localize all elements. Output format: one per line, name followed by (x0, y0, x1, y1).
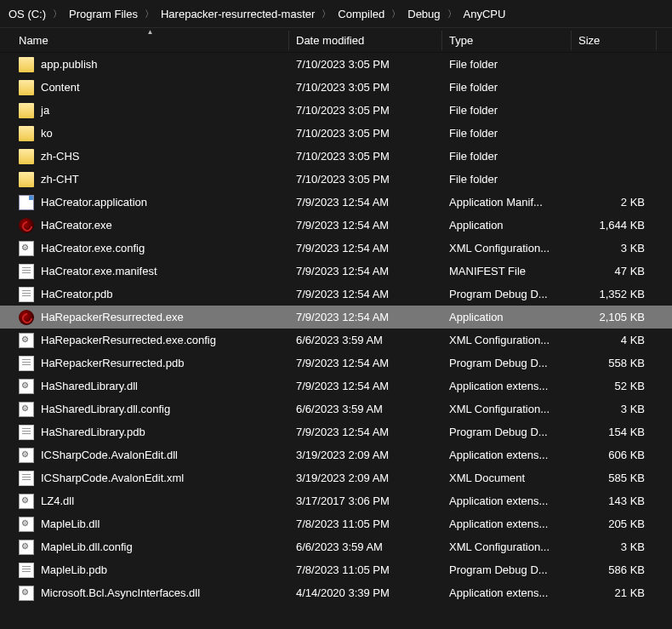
file-row[interactable]: MapleLib.dll7/8/2023 11:05 PMApplication… (0, 512, 672, 535)
file-row[interactable]: HaSharedLibrary.dll7/9/2023 12:54 AMAppl… (0, 375, 672, 397)
file-date-cell: 3/17/2017 3:06 PM (289, 495, 442, 507)
file-name-label: Microsoft.Bcl.AsyncInterfaces.dll (41, 586, 200, 599)
file-type-cell: Application (442, 219, 572, 232)
file-name-cell: zh-CHT (12, 172, 289, 187)
file-name-label: zh-CHT (41, 173, 79, 186)
file-date-cell: 7/9/2023 12:54 AM (289, 380, 442, 392)
file-row[interactable]: ko7/10/2023 3:05 PMFile folder (0, 122, 672, 145)
file-row[interactable]: ICSharpCode.AvalonEdit.dll3/19/2023 2:09… (0, 443, 672, 466)
file-row[interactable]: HaSharedLibrary.dll.config6/6/2023 3:59 … (0, 397, 672, 420)
file-name-cell: zh-CHS (12, 149, 289, 164)
file-name-cell: MapleLib.dll.config (12, 540, 289, 555)
file-type-cell: File folder (442, 173, 572, 186)
file-row[interactable]: HaCreator.pdb7/9/2023 12:54 AMProgram De… (0, 283, 672, 306)
column-header-type[interactable]: Type (442, 31, 572, 50)
file-row[interactable]: app.publish7/10/2023 3:05 PMFile folder (0, 53, 672, 76)
file-row[interactable]: HaRepackerResurrected.pdb7/9/2023 12:54 … (0, 352, 672, 375)
file-type-cell: File folder (442, 127, 572, 140)
file-type-cell: File folder (442, 150, 572, 163)
file-date-cell: 7/10/2023 3:05 PM (289, 127, 442, 140)
sort-ascending-icon: ▲ (147, 28, 154, 36)
file-icon (19, 264, 34, 279)
file-name-cell: ICSharpCode.AvalonEdit.dll (12, 448, 289, 463)
breadcrumb-segment[interactable]: OS (C:) (3, 6, 51, 22)
file-row[interactable]: ICSharpCode.AvalonEdit.xml3/19/2023 2:09… (0, 466, 672, 489)
breadcrumb[interactable]: OS (C:)〉Program Files〉Harepacker-resurre… (0, 0, 672, 27)
file-row[interactable]: HaRepackerResurrected.exe7/9/2023 12:54 … (0, 306, 672, 329)
file-row[interactable]: LZ4.dll3/17/2017 3:06 PMApplication exte… (0, 489, 672, 512)
file-row[interactable]: MapleLib.dll.config6/6/2023 3:59 AMXML C… (0, 535, 672, 558)
file-date-cell: 7/9/2023 12:54 AM (289, 288, 442, 300)
breadcrumb-segment[interactable]: Debug (402, 6, 445, 22)
file-date-cell: 6/6/2023 3:59 AM (289, 334, 442, 346)
file-date-cell: 7/10/2023 3:05 PM (289, 150, 442, 163)
file-row[interactable]: HaCreator.application7/9/2023 12:54 AMAp… (0, 191, 672, 214)
column-label: Type (449, 34, 473, 47)
file-list[interactable]: app.publish7/10/2023 3:05 PMFile folderC… (0, 53, 672, 629)
file-name-cell: ko (12, 126, 289, 141)
file-row[interactable]: MapleLib.pdb7/8/2023 11:05 PMProgram Deb… (0, 558, 672, 581)
file-name-cell: HaRepackerResurrected.exe.config (12, 333, 289, 348)
file-name-cell: MapleLib.pdb (12, 563, 289, 578)
file-name-label: MapleLib.pdb (41, 563, 107, 576)
file-type-cell: XML Configuration... (442, 242, 572, 254)
file-name-label: HaCreator.exe (41, 219, 112, 232)
config-icon (19, 517, 34, 532)
file-date-cell: 3/19/2023 2:09 AM (289, 472, 442, 484)
file-type-cell: Program Debug D... (442, 357, 572, 369)
file-row[interactable]: HaCreator.exe.manifest7/9/2023 12:54 AMM… (0, 260, 672, 283)
column-header-size[interactable]: Size (572, 31, 657, 50)
file-name-label: HaSharedLibrary.dll (41, 380, 138, 392)
file-name-label: LZ4.dll (41, 495, 74, 507)
file-type-cell: Application extens... (442, 380, 572, 392)
file-date-cell: 6/6/2023 3:59 AM (289, 403, 442, 415)
file-size-cell: 586 KB (572, 563, 657, 576)
file-date-cell: 7/10/2023 3:05 PM (289, 104, 442, 117)
file-date-cell: 7/10/2023 3:05 PM (289, 173, 442, 186)
file-name-cell: HaCreator.exe.config (12, 241, 289, 256)
chevron-right-icon: 〉 (390, 8, 402, 20)
file-row[interactable]: Microsoft.Bcl.AsyncInterfaces.dll4/14/20… (0, 581, 672, 604)
file-row[interactable]: zh-CHT7/10/2023 3:05 PMFile folder (0, 168, 672, 191)
file-row[interactable]: Content7/10/2023 3:05 PMFile folder (0, 76, 672, 99)
breadcrumb-segment[interactable]: Program Files (64, 6, 143, 22)
file-name-cell: HaSharedLibrary.pdb (12, 425, 289, 440)
breadcrumb-segment[interactable]: Harepacker-resurrected-master (156, 6, 320, 22)
file-name-cell: HaCreator.exe (12, 218, 289, 233)
file-row[interactable]: zh-CHS7/10/2023 3:05 PMFile folder (0, 145, 672, 168)
breadcrumb-segment[interactable]: AnyCPU (458, 6, 511, 22)
file-name-label: ICSharpCode.AvalonEdit.xml (41, 472, 184, 484)
file-icon (19, 471, 34, 486)
file-row[interactable]: HaSharedLibrary.pdb7/9/2023 12:54 AMProg… (0, 420, 672, 443)
column-header-date[interactable]: Date modified (289, 31, 442, 50)
file-size-cell: 154 KB (572, 426, 657, 438)
file-name-cell: ICSharpCode.AvalonEdit.xml (12, 471, 289, 486)
file-date-cell: 7/9/2023 12:54 AM (289, 311, 442, 323)
chevron-right-icon: 〉 (320, 8, 333, 20)
file-row[interactable]: HaCreator.exe.config7/9/2023 12:54 AMXML… (0, 237, 672, 260)
file-row[interactable]: ja7/10/2023 3:05 PMFile folder (0, 99, 672, 122)
file-icon (19, 425, 34, 440)
breadcrumb-segment[interactable]: Compiled (333, 6, 390, 22)
exe-red-icon (19, 218, 34, 233)
file-type-cell: MANIFEST File (442, 265, 572, 277)
file-type-cell: File folder (442, 104, 572, 117)
file-size-cell: 205 KB (572, 517, 657, 530)
file-size-cell: 606 KB (572, 449, 657, 461)
file-row[interactable]: HaRepackerResurrected.exe.config6/6/2023… (0, 329, 672, 352)
config-icon (19, 448, 34, 463)
file-icon (19, 356, 34, 371)
file-name-cell: HaCreator.pdb (12, 287, 289, 302)
file-row[interactable]: HaCreator.exe7/9/2023 12:54 AMApplicatio… (0, 214, 672, 237)
column-header-name[interactable]: Name ▲ (12, 31, 289, 50)
file-name-label: ko (41, 127, 53, 140)
folder-icon (19, 149, 34, 164)
file-name-cell: HaRepackerResurrected.exe (12, 310, 289, 325)
file-name-cell: HaCreator.application (12, 195, 289, 210)
column-header-row: Name ▲ Date modified Type Size (0, 27, 672, 53)
config-icon (19, 540, 34, 555)
config-icon (19, 333, 34, 348)
file-date-cell: 3/19/2023 2:09 AM (289, 449, 442, 461)
file-date-cell: 7/10/2023 3:05 PM (289, 58, 442, 71)
file-size-cell: 2,105 KB (572, 311, 657, 323)
